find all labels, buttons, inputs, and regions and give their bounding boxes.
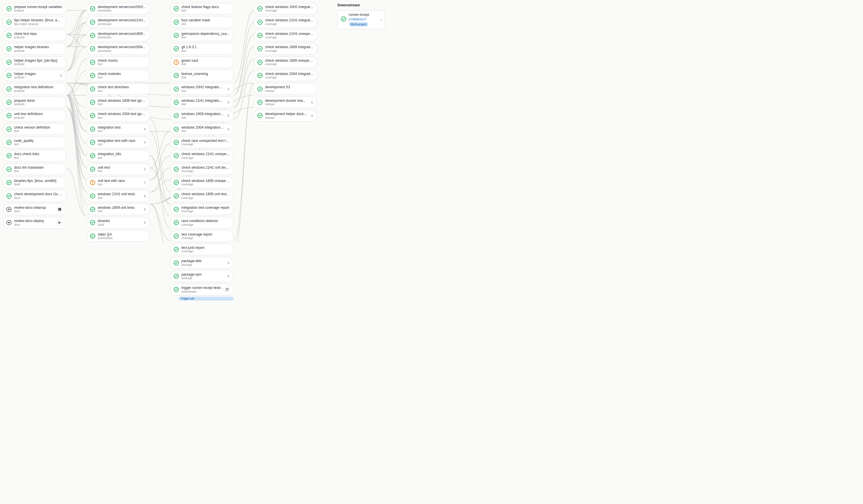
job-card[interactable]: windows 1809 integration teststest6 (170, 110, 234, 122)
status-success-icon (173, 73, 179, 78)
job-card[interactable]: check windows 21H1 unexpected integratio… (254, 30, 317, 41)
job-card[interactable]: check windows 2004 test ignore listtest (87, 110, 150, 122)
status-success-icon (173, 273, 179, 279)
status-success-icon (257, 6, 263, 12)
job-card[interactable]: integration testtest4 (87, 123, 150, 135)
downstream-id[interactable]: #798881537 (349, 17, 378, 21)
job-card[interactable]: check race unexpected test failurescover… (170, 137, 234, 148)
job-card[interactable]: fuzz variable masktest (170, 16, 234, 28)
job-card[interactable]: development S3release (254, 83, 317, 94)
job-card[interactable]: check windows 1809 unit test failurescov… (170, 190, 234, 202)
job-card[interactable]: check development docs Go versiondocs (3, 190, 66, 202)
job-card[interactable]: check version definitiontest (3, 123, 66, 135)
job-card[interactable]: integration test with racetest4 (87, 137, 150, 148)
status-success-icon (173, 19, 179, 25)
job-card[interactable]: check windows 21H1 integration test fail… (254, 16, 317, 28)
job-card[interactable]: package-debpackage5 (170, 257, 234, 268)
status-success-icon (90, 140, 96, 145)
job-count-badge: 6 (226, 87, 230, 91)
job-card[interactable]: helper imagesprebuild6 (3, 70, 66, 81)
job-card[interactable]: check windows 21H1 unit test failurescov… (170, 163, 234, 175)
status-success-icon (173, 113, 179, 118)
job-card[interactable]: binariesbuild6 (87, 217, 150, 228)
job-card[interactable]: helper images fips: [ubi-fips]prebuild (3, 56, 66, 68)
stop-action-button[interactable] (56, 206, 63, 213)
job-card[interactable]: check windows 1809 unexpected integratio… (254, 56, 317, 68)
job-card[interactable]: prepare runner-incept variablesprepare (3, 3, 66, 14)
job-stage: coverage (182, 250, 230, 253)
job-card[interactable]: package-rpmpackage6 (170, 270, 234, 282)
job-card[interactable]: windows 20H2 integration teststest6 (170, 83, 234, 94)
job-stage: docs (14, 210, 54, 213)
job-card[interactable]: static QApostrelease (87, 230, 150, 242)
job-card[interactable]: clone test repoprebuild (3, 30, 66, 41)
job-stage: coverage (182, 143, 230, 146)
job-card[interactable]: development servercore21H1 helper docker… (87, 16, 150, 28)
job-text: check windows 21H1 unexpected integratio… (265, 32, 314, 39)
job-text: unit test definitionsprebuild (14, 112, 63, 119)
job-card[interactable]: unit test with racetest2 (87, 177, 150, 188)
job-card[interactable]: code_qualitytest (3, 137, 66, 148)
job-card[interactable]: check mockstest (87, 56, 150, 68)
job-card[interactable]: windows 21H1 unit teststest6 (87, 190, 150, 202)
job-stage: prebuild (14, 63, 63, 66)
job-card[interactable]: development servercore20H2 helper docker… (87, 3, 150, 14)
job-card[interactable]: check windows 20H2 integration test fail… (254, 3, 317, 14)
downstream-card[interactable]: runner-incept#798881537Multi-project› (337, 10, 385, 29)
job-stage: prebuild (14, 76, 57, 79)
job-card[interactable]: git 1.8.3.1test (170, 43, 234, 54)
chevron-right-icon[interactable]: › (380, 17, 382, 22)
job-card[interactable]: development helper docker imagesrelease8 (254, 110, 317, 122)
job-name: windows 1809 integration tests (182, 112, 224, 116)
job-card[interactable]: windows 21H1 integration teststest6 (170, 97, 234, 108)
job-card[interactable]: trigger runner-incept testspostrelease (170, 284, 234, 295)
status-success-icon (6, 6, 12, 12)
job-card[interactable]: prepare doneprebuild (3, 97, 66, 108)
job-card[interactable]: review-docs-deploydocs (3, 217, 66, 228)
job-card[interactable]: check windows 2004 integration test fail… (254, 70, 317, 81)
job-card[interactable]: test junit reportcoverage (170, 244, 234, 255)
job-card[interactable]: gemnasium-dependency_scanningtest (170, 30, 234, 41)
job-card[interactable]: test coverage reportcoverage (170, 230, 234, 242)
retry-action-button[interactable] (224, 286, 230, 293)
status-success-icon (90, 193, 96, 199)
job-card[interactable]: integration test coverage reportcoverage (170, 204, 234, 215)
job-card[interactable]: helper images binariesprebuild (3, 43, 66, 54)
play-action-button[interactable] (56, 219, 63, 226)
job-name: check windows 21H1 unexpected integratio… (265, 32, 314, 36)
job-text: windows 1809 integration teststest (182, 112, 224, 119)
job-card[interactable]: fips helper binaries: [linux, amd64]fips… (3, 16, 66, 28)
job-card[interactable]: docs lint markdowntest (3, 163, 66, 175)
job-name: unit test with race (98, 179, 140, 183)
job-card[interactable]: license_scanningtest (170, 70, 234, 81)
status-success-icon (6, 180, 12, 185)
job-card[interactable]: development servercore1809 helper docker… (87, 30, 150, 41)
job-card[interactable]: check windows 1809 test ignore listtest (87, 97, 150, 108)
job-stage: test (14, 169, 63, 173)
job-card[interactable]: check modulestest (87, 70, 150, 81)
job-name: check race unexpected test failures (182, 139, 230, 143)
job-name: check windows 21H1 unexpected unit test … (182, 152, 230, 156)
job-card[interactable]: docs check linkstest (3, 150, 66, 162)
job-card[interactable]: unit testtest2 (87, 163, 150, 175)
job-card[interactable]: binaries-fips: [linux, amd64]build (3, 177, 66, 188)
job-card[interactable]: check windows 1809 unexpected unit test … (170, 177, 234, 188)
job-card[interactable]: windows 2004 integration teststest6 (170, 123, 234, 135)
job-card[interactable]: development docker imagesrelease6 (254, 97, 317, 108)
job-card[interactable]: integration_k8stest (87, 150, 150, 162)
job-card[interactable]: check windows 21H1 unexpected unit test … (170, 150, 234, 162)
job-card[interactable]: check windows 1809 integration test fail… (254, 43, 317, 54)
job-card[interactable]: development servercore2004 helper docker… (87, 43, 150, 54)
job-card[interactable]: gosec-sasttest (170, 56, 234, 68)
job-card[interactable]: unit test definitionsprebuild (3, 110, 66, 122)
svg-rect-17 (58, 208, 61, 211)
job-card[interactable]: integration test definitionsprebuild (3, 83, 66, 94)
job-text: gemnasium-dependency_scanningtest (182, 32, 230, 39)
job-card[interactable]: check feature flags docstest (170, 3, 234, 14)
job-card[interactable]: race conditions detectorcoverage (170, 217, 234, 228)
status-success-icon (90, 6, 96, 12)
job-stage: build (98, 223, 140, 227)
job-card[interactable]: review-docs-cleanupdocs (3, 204, 66, 215)
job-card[interactable]: check test directivestest (87, 83, 150, 94)
job-card[interactable]: windows 1809 unit teststest6 (87, 204, 150, 215)
